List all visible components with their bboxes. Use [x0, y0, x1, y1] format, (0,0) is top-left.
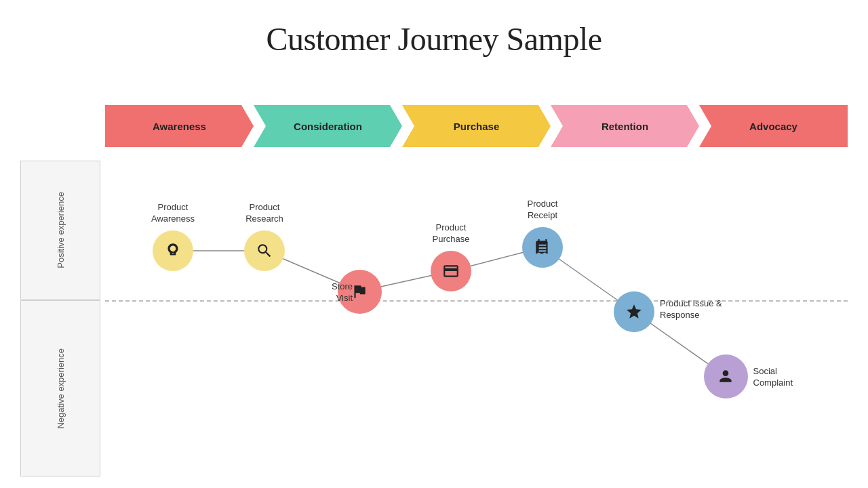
banner-item-retention: Retention — [551, 105, 699, 147]
node-product-issue — [614, 291, 654, 332]
banner-label-retention: Retention — [601, 121, 648, 132]
node-label-product-awareness: ProductAwareness — [142, 202, 203, 225]
node-product-research — [244, 230, 285, 271]
node-label-product-receipt: Product Receipt — [512, 199, 573, 222]
node-label-social-complaint: SocialComplaint — [753, 366, 814, 389]
node-label-store-visit: StoreVisit — [305, 281, 353, 304]
node-product-purchase — [431, 251, 471, 291]
node-label-product-issue: Product Issue &Response — [660, 298, 734, 321]
banner-item-purchase: Purchase — [402, 105, 551, 147]
banner-label-awareness: Awareness — [153, 121, 206, 132]
banner-label-advocacy: Advocacy — [749, 121, 797, 132]
banner-label-consideration: Consideration — [294, 121, 362, 132]
banner-item-consideration: Consideration — [254, 105, 402, 147]
node-product-awareness — [153, 230, 193, 271]
banner-label-purchase: Purchase — [454, 121, 500, 132]
node-label-product-research: ProductResearch — [234, 202, 295, 225]
journey-banner: AwarenessConsiderationPurchaseRetentionA… — [105, 105, 848, 147]
banner-item-advocacy: Advocacy — [699, 105, 848, 147]
nodes-container: ProductAwarenessProductResearchStoreVisi… — [0, 0, 868, 488]
page: Customer Journey Sample AwarenessConside… — [0, 0, 868, 488]
banner-item-awareness: Awareness — [105, 105, 254, 147]
node-label-product-purchase: ProductPurchase — [420, 222, 481, 245]
node-product-receipt — [522, 227, 563, 268]
node-social-complaint — [704, 354, 748, 399]
